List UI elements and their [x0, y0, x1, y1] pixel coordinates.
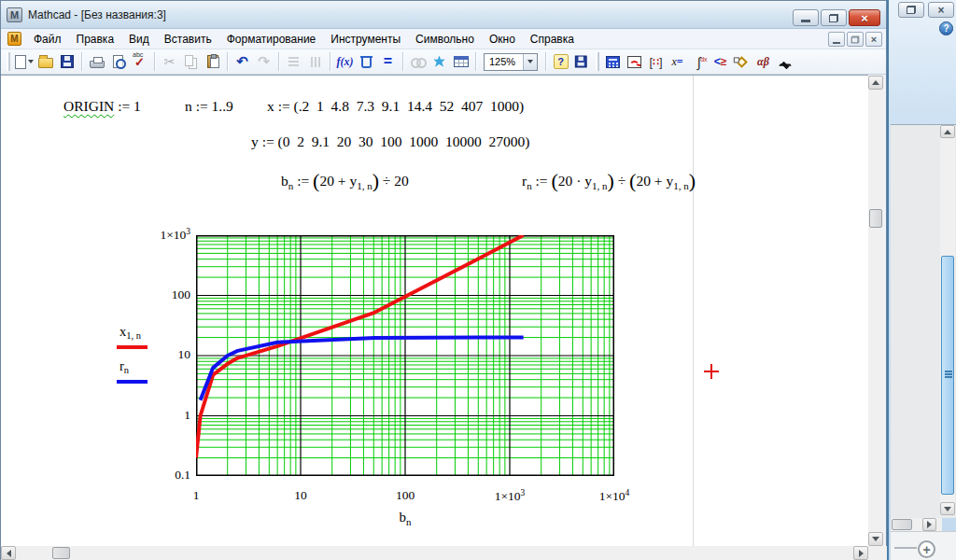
clipboard-paste-icon	[207, 55, 218, 68]
worksheet[interactable]: ORIGIN := 1 n := 1..9 x := (.2 1 4.8 7.3…	[1, 75, 868, 546]
print-button[interactable]	[86, 51, 107, 72]
equals-button[interactable]: =	[377, 51, 399, 72]
toolbar-separator	[278, 52, 279, 71]
bg-zoom-slider[interactable]	[894, 547, 917, 549]
calc-button[interactable]	[602, 51, 624, 72]
alignv-button[interactable]	[304, 51, 326, 72]
toolbar-separator	[402, 52, 403, 71]
menu-8[interactable]: Окно	[482, 30, 523, 49]
redo-button[interactable]: ↷	[253, 51, 274, 72]
graph-button[interactable]	[624, 51, 645, 72]
bg-scroll-right-button[interactable]	[922, 518, 936, 531]
bg-vertical-scrollbar[interactable]	[940, 125, 955, 515]
component-button[interactable]	[429, 51, 450, 72]
scroll-left-button[interactable]	[1, 546, 16, 560]
bg-scroll-up-button[interactable]	[940, 125, 955, 138]
save-button[interactable]	[56, 51, 77, 72]
toolbar: ✓✂↶↷f(x)=125%?∷∫<αβ	[1, 49, 886, 75]
legend-line-sample	[117, 345, 148, 349]
vertical-scroll-thumb[interactable]	[869, 209, 882, 228]
cut-button[interactable]: ✂	[159, 51, 180, 72]
undo-button[interactable]: ↶	[232, 51, 253, 72]
bool-button[interactable]: <	[710, 51, 731, 72]
help-button[interactable]: ?	[550, 51, 571, 72]
bg-scroll-down-button[interactable]	[940, 502, 955, 515]
close-button[interactable]: ×	[849, 9, 880, 26]
menu-1[interactable]: Файл	[26, 30, 69, 49]
calculus-button[interactable]: ∫	[688, 51, 710, 72]
bg-scroll-thumb[interactable]	[941, 256, 954, 495]
redo-arrow-icon: ↷	[258, 53, 270, 70]
unit-button[interactable]	[356, 51, 377, 72]
restore-button[interactable]	[821, 9, 847, 26]
bg-right-arrow-icon	[927, 521, 932, 528]
preview-button[interactable]	[107, 51, 129, 72]
trace-xn	[196, 235, 524, 458]
zoom-select[interactable]: 125%	[484, 53, 538, 71]
document-icon[interactable]: M	[7, 32, 21, 46]
r-definition[interactable]: rn := (20 · y1, n) ÷ (20 + y1, n)	[522, 169, 696, 193]
menu-5[interactable]: Форматирование	[219, 30, 324, 49]
legend-line-sample	[117, 380, 148, 384]
alignh-button[interactable]	[283, 51, 304, 72]
insert-unit-icon	[361, 58, 372, 68]
xeq-button[interactable]	[667, 51, 688, 72]
toolbar-separator	[81, 52, 82, 71]
new-dropdown-icon[interactable]	[28, 60, 34, 63]
bg-help-icon[interactable]: ?	[939, 21, 953, 35]
link-button[interactable]	[407, 51, 429, 72]
bg-horizontal-scrollbar[interactable]	[891, 518, 942, 531]
n-range-definition[interactable]: n := 1..9	[185, 98, 233, 115]
scroll-right-button[interactable]	[853, 546, 868, 560]
xy-plot[interactable]	[196, 235, 615, 477]
menu-9[interactable]: Справка	[523, 30, 582, 49]
b-definition[interactable]: bn := (20 + y1, n) ÷ 20	[281, 169, 409, 193]
child-minimize-icon	[833, 42, 840, 44]
paste-button[interactable]	[202, 51, 223, 72]
table-button[interactable]	[450, 51, 471, 72]
func-button[interactable]: f(x)	[334, 51, 356, 72]
saveweb-button[interactable]	[571, 51, 593, 72]
bg-hscroll-thumb[interactable]	[892, 519, 912, 530]
bg-restore-button[interactable]	[898, 2, 924, 18]
minimize-button[interactable]	[793, 9, 819, 26]
zoom-dropdown-button[interactable]	[523, 54, 537, 70]
y-tick-label: 100	[144, 287, 190, 302]
toolbar-separator	[154, 52, 155, 71]
child-minimize-button[interactable]	[828, 32, 845, 47]
greek-button[interactable]: αβ	[752, 51, 774, 72]
symbolic-toolbar-icon	[779, 60, 792, 66]
menu-4[interactable]: Вставить	[157, 30, 219, 49]
symb-button[interactable]	[774, 51, 795, 72]
right-arrow-icon	[859, 550, 864, 557]
horizontal-scrollbar[interactable]	[1, 546, 868, 560]
new-button[interactable]	[13, 51, 35, 72]
x-tick-label: 10	[271, 488, 330, 503]
bg-zoom-in-button[interactable]: +	[918, 540, 935, 558]
scroll-up-button[interactable]	[868, 76, 883, 90]
child-close-button[interactable]: ×	[865, 32, 882, 47]
menu-7[interactable]: Символьно	[408, 30, 482, 49]
origin-definition[interactable]: ORIGIN := 1	[63, 98, 141, 115]
matrix-button[interactable]: ∷	[645, 51, 667, 72]
x-axis-title: bn	[375, 510, 435, 525]
evaluation-toolbar-icon	[671, 55, 682, 69]
bg-up-arrow-icon	[944, 130, 951, 134]
y-tick-label: 1	[144, 408, 190, 423]
horizontal-scroll-thumb[interactable]	[52, 547, 70, 559]
open-button[interactable]	[35, 51, 56, 72]
bg-close-button[interactable]: ×	[928, 2, 954, 18]
spell-button[interactable]: ✓	[129, 51, 150, 72]
child-restore-button[interactable]	[847, 32, 864, 47]
vertical-scrollbar[interactable]	[868, 76, 883, 546]
menu-3[interactable]: Вид	[121, 30, 157, 49]
prog-button[interactable]	[731, 51, 752, 72]
menu-2[interactable]: Правка	[69, 30, 122, 49]
y-tick-label: 0.1	[144, 468, 190, 483]
menu-6[interactable]: Инструменты	[323, 30, 408, 49]
toolbar-separator	[330, 52, 330, 71]
copy-button[interactable]	[180, 51, 202, 72]
y-vector-definition[interactable]: y := (0 2 9.1 20 30 100 1000 10000 27000…	[251, 133, 530, 150]
scroll-down-button[interactable]	[868, 532, 883, 546]
x-vector-definition[interactable]: x := (.2 1 4.8 7.3 9.1 14.4 52 407 1000)	[267, 98, 524, 115]
